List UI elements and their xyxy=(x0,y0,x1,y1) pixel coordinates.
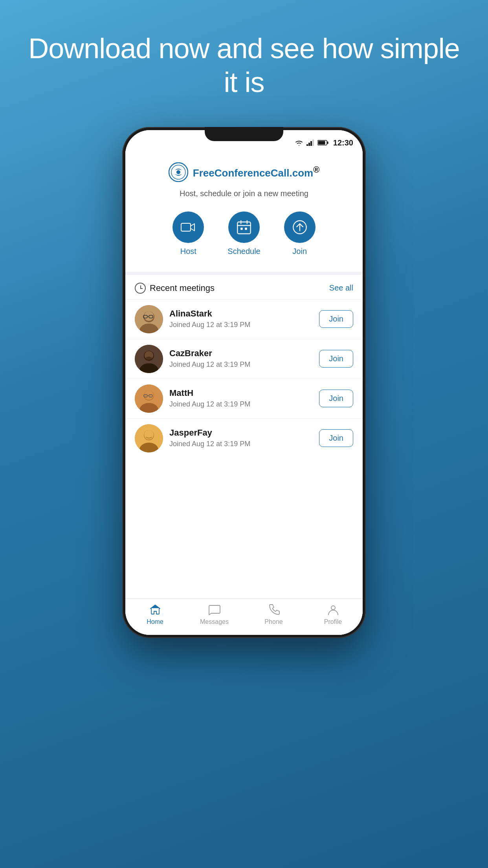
svg-point-41 xyxy=(331,606,335,610)
jasper-avatar-illustration xyxy=(135,424,163,452)
phone-screen: 12:30 xyxy=(125,130,363,635)
section-divider xyxy=(125,272,363,275)
meetings-title-row: Recent meetings xyxy=(135,283,215,294)
meetings-header: Recent meetings See all xyxy=(125,275,363,299)
meeting-info-jasper: JasperFay Joined Aug 12 at 3:19 PM xyxy=(169,428,313,449)
svg-rect-10 xyxy=(181,223,191,231)
avatar-matt xyxy=(135,384,163,413)
avatar-caz xyxy=(135,345,163,373)
svg-rect-15 xyxy=(240,228,243,230)
meeting-name-alina: AlinaStark xyxy=(169,309,313,319)
clock-icon xyxy=(135,283,146,294)
join-circle[interactable] xyxy=(284,211,316,243)
meeting-time-matt: Joined Aug 12 at 3:19 PM xyxy=(169,399,313,409)
home-nav-icon xyxy=(149,603,161,616)
caz-avatar-illustration xyxy=(135,345,163,373)
join-button-alina[interactable]: Join xyxy=(319,310,353,328)
meeting-info-caz: CazBraker Joined Aug 12 at 3:19 PM xyxy=(169,348,313,370)
join-button-jasper[interactable]: Join xyxy=(319,429,353,447)
svg-rect-3 xyxy=(312,140,314,146)
see-all-link[interactable]: See all xyxy=(329,283,353,292)
profile-nav-icon xyxy=(327,603,339,616)
phone-nav-icon xyxy=(268,603,280,616)
host-circle[interactable] xyxy=(172,211,204,243)
schedule-label: Schedule xyxy=(227,247,260,256)
join-action[interactable]: Join xyxy=(284,211,316,256)
logo-text: FreeConferenceCall.com® xyxy=(193,167,319,179)
join-button-matt[interactable]: Join xyxy=(319,390,353,407)
bottom-nav: Home Messages xyxy=(125,598,363,635)
messages-nav-label: Messages xyxy=(200,618,229,625)
svg-rect-6 xyxy=(318,141,325,145)
meeting-item-matt: MattH Joined Aug 12 at 3:19 PM Join xyxy=(125,379,363,418)
signal-icon xyxy=(306,140,314,146)
meeting-name-matt: MattH xyxy=(169,388,313,398)
join-button-caz[interactable]: Join xyxy=(319,350,353,368)
avatar-alina xyxy=(135,305,163,333)
meeting-time-caz: Joined Aug 12 at 3:19 PM xyxy=(169,360,313,370)
calendar-icon xyxy=(236,219,252,235)
page-title: Download now and see how simple it is xyxy=(0,31,488,99)
schedule-action[interactable]: Schedule xyxy=(227,211,260,256)
meeting-item-caz: CazBraker Joined Aug 12 at 3:19 PM Join xyxy=(125,339,363,379)
meeting-time-alina: Joined Aug 12 at 3:19 PM xyxy=(169,320,313,330)
svg-rect-1 xyxy=(308,143,310,146)
meetings-section: Recent meetings See all xyxy=(125,275,363,598)
meeting-info-matt: MattH Joined Aug 12 at 3:19 PM xyxy=(169,388,313,409)
nav-profile[interactable]: Profile xyxy=(317,603,349,625)
phone-device: 12:30 xyxy=(122,127,366,638)
action-row: Host xyxy=(172,208,315,264)
phone-nav-label: Phone xyxy=(264,618,283,625)
meeting-info-alina: AlinaStark Joined Aug 12 at 3:19 PM xyxy=(169,309,313,330)
logo-row: FreeConferenceCall.com® xyxy=(169,162,319,182)
app-content: FreeConferenceCall.com® Host, schedule o… xyxy=(125,151,363,635)
svg-rect-16 xyxy=(245,228,247,230)
alina-avatar-illustration xyxy=(135,305,163,333)
host-label: Host xyxy=(180,247,196,256)
nav-phone[interactable]: Phone xyxy=(258,603,290,625)
meeting-name-jasper: JasperFay xyxy=(169,428,313,438)
meeting-time-jasper: Joined Aug 12 at 3:19 PM xyxy=(169,439,313,449)
video-icon xyxy=(180,219,196,235)
nav-messages[interactable]: Messages xyxy=(199,603,230,625)
profile-nav-label: Profile xyxy=(324,618,342,625)
meeting-item-alina: AlinaStark Joined Aug 12 at 3:19 PM Join xyxy=(125,299,363,339)
app-logo-icon xyxy=(169,162,188,182)
matt-avatar-illustration xyxy=(135,384,163,413)
meetings-title: Recent meetings xyxy=(150,283,215,293)
wifi-icon xyxy=(295,140,303,146)
join-label: Join xyxy=(292,247,307,256)
status-time: 12:30 xyxy=(333,138,353,147)
svg-point-29 xyxy=(146,357,152,360)
host-action[interactable]: Host xyxy=(172,211,204,256)
messages-nav-icon xyxy=(208,603,221,616)
svg-rect-5 xyxy=(327,142,328,144)
app-header: FreeConferenceCall.com® Host, schedule o… xyxy=(125,151,363,272)
meeting-name-caz: CazBraker xyxy=(169,348,313,359)
phone-notch xyxy=(205,127,283,141)
nav-home[interactable]: Home xyxy=(139,603,171,625)
battery-icon xyxy=(317,140,328,145)
app-subtitle: Host, schedule or join a new meeting xyxy=(180,189,308,198)
svg-point-9 xyxy=(176,170,180,174)
join-icon xyxy=(292,219,308,235)
avatar-jasper xyxy=(135,424,163,452)
svg-rect-2 xyxy=(310,141,312,146)
home-nav-label: Home xyxy=(147,618,163,625)
meeting-item-jasper: JasperFay Joined Aug 12 at 3:19 PM Join xyxy=(125,418,363,458)
svg-rect-0 xyxy=(306,144,308,146)
schedule-circle[interactable] xyxy=(228,211,260,243)
svg-rect-11 xyxy=(237,222,250,234)
